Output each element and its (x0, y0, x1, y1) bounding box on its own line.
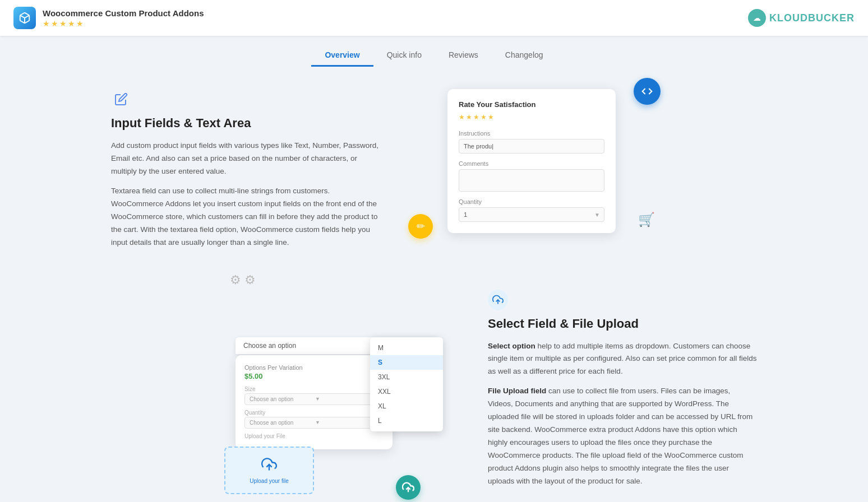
instructions-label: Instructions (459, 130, 604, 137)
section2-body: Select option help to add multiple items… (488, 340, 757, 488)
dropdown-item-xxl[interactable]: XXL (370, 384, 443, 399)
section2-title: Select Field & File Upload (488, 317, 757, 331)
mock-input-card: Rate Your Satisfaction ★ ★ ★ ★ ★ Instruc… (447, 89, 616, 233)
gear-icons: ⚙ ⚙ (230, 273, 256, 287)
options-price: $5.00 (244, 372, 384, 380)
section1-body: Add custom product input fields with var… (111, 140, 380, 249)
section2-para2: File Upload field can use to collect fil… (488, 385, 757, 488)
dropdown-item-s[interactable]: S (370, 355, 443, 370)
section1-para2: Textarea field can use to collect multi-… (111, 185, 380, 249)
upload-area[interactable]: Upload your file (224, 447, 314, 494)
section1-text: Input Fields & Text Area Add custom prod… (111, 89, 380, 256)
section2-visual: ⚙ ⚙ Choose an option ▼ M S 3XL XXL XL L (219, 290, 454, 480)
size-arrow-icon: ▼ (315, 396, 378, 402)
quantity-arrow-icon: ▼ (315, 420, 378, 425)
section-input-fields: Input Fields & Text Area Add custom prod… (111, 89, 757, 256)
quantity-select2[interactable]: Choose an option ▼ (244, 417, 384, 429)
pencil-float-badge: ✏ (408, 214, 433, 239)
tab-quickinfo[interactable]: Quick info (373, 45, 435, 67)
mock-stars: ★ ★ ★ ★ ★ (459, 113, 604, 121)
upload-cloud-icon (234, 457, 304, 476)
header-stars: ★ ★ ★ ★ ★ (43, 19, 204, 28)
tab-changelog[interactable]: Changelog (492, 45, 557, 67)
file-upload-text: can use to collect file from users. File… (488, 387, 752, 485)
quantity-placeholder: Choose an option (250, 420, 313, 426)
quantity-chevron-icon: ▼ (594, 212, 600, 218)
select-option-bold: Select option (488, 342, 535, 350)
upload-box-container: Upload your file (224, 442, 314, 494)
size-select[interactable]: Choose an option ▼ (244, 393, 384, 405)
section1-title: Input Fields & Text Area (111, 116, 380, 131)
app-icon (13, 7, 36, 29)
section2-para1: Select option help to add multiple items… (488, 340, 757, 379)
file-upload-bold: File Upload field (488, 387, 546, 395)
header-info: Woocommerce Custom Product Addons ★ ★ ★ … (43, 8, 204, 28)
mock-card-title: Rate Your Satisfaction (459, 100, 604, 109)
section1-para1: Add custom product input fields with var… (111, 140, 380, 178)
section-select-upload: Select Field & File Upload Select option… (111, 290, 757, 495)
comments-label: Comments (459, 160, 604, 167)
tab-overview[interactable]: Overview (311, 45, 373, 67)
pencil-icon (111, 89, 131, 109)
comments-input[interactable] (459, 169, 604, 192)
cloud-icon (488, 290, 508, 310)
quantity-label: Quantity (459, 198, 604, 205)
logo-icon: ☁ (748, 9, 766, 27)
logo-text: KLOUDBUCKER (769, 12, 855, 24)
select-card-container: Choose an option ▼ M S 3XL XXL XL L Opti… (236, 337, 437, 449)
quantity-select-wrap: 1 ▼ (459, 207, 604, 222)
nav-tabs: Overview Quick info Reviews Changelog (0, 36, 868, 67)
logo-area: ☁ KLOUDBUCKER (748, 9, 855, 27)
instructions-input[interactable]: The produ| (459, 139, 604, 154)
header: Woocommerce Custom Product Addons ★ ★ ★ … (0, 0, 868, 36)
options-per-variation-label: Options Per Variation (244, 364, 384, 371)
section1-visual: Rate Your Satisfaction ★ ★ ★ ★ ★ Instruc… (414, 89, 649, 233)
dropdown-item-m[interactable]: M (370, 341, 443, 355)
mock-dropdown-card: Options Per Variation $5.00 Size Choose … (236, 355, 393, 449)
tab-reviews[interactable]: Reviews (435, 45, 492, 67)
code-badge (634, 78, 661, 105)
upload-float-badge (396, 475, 421, 500)
size-placeholder: Choose an option (250, 396, 313, 402)
dropdown-overlay: M S 3XL XXL XL L (370, 337, 443, 431)
section2-text: Select Field & File Upload Select option… (488, 290, 757, 495)
upload-section: Upload your File (244, 433, 384, 439)
upload-label: Upload your File (244, 433, 384, 439)
size-label: Size (244, 386, 384, 392)
header-left: Woocommerce Custom Product Addons ★ ★ ★ … (13, 7, 204, 29)
upload-area-text: Upload your file (234, 478, 304, 484)
cart-icon: 🛒 (638, 212, 655, 227)
dropdown-item-l[interactable]: L (370, 413, 443, 428)
main-content: Input Fields & Text Area Add custom prod… (98, 67, 770, 502)
quantity2-label: Quantity (244, 410, 384, 416)
quantity-section: Quantity Choose an option ▼ (244, 410, 384, 429)
quantity-select[interactable]: 1 (459, 207, 604, 222)
dropdown-item-xl[interactable]: XL (370, 399, 443, 413)
header-title: Woocommerce Custom Product Addons (43, 8, 204, 18)
dropdown-item-3xl[interactable]: 3XL (370, 370, 443, 384)
